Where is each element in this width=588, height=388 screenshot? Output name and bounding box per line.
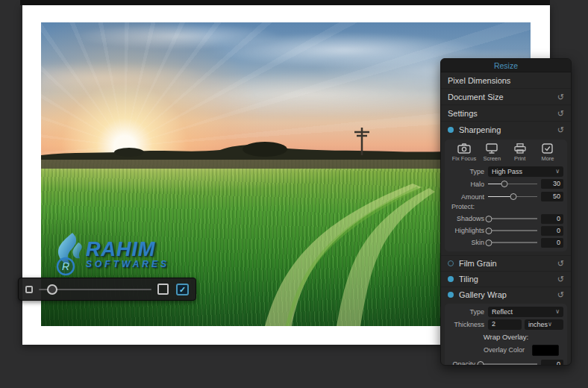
overlay-color-row: Overlay Color bbox=[448, 342, 563, 358]
overlay-color-swatch[interactable] bbox=[532, 345, 559, 356]
gallery-wrap-enable-toggle[interactable] bbox=[448, 292, 454, 298]
halo-value[interactable]: 30 bbox=[541, 179, 563, 189]
halo-slider[interactable] bbox=[488, 179, 537, 190]
zoom-slider-handle[interactable] bbox=[47, 284, 57, 295]
protect-label: Protect: bbox=[448, 203, 563, 213]
gallery-wrap-controls: Type Reflect ∨ Thickness 2 inches ∨ Wrap… bbox=[445, 304, 567, 366]
amount-slider-handle[interactable] bbox=[510, 193, 517, 200]
watermark-flame-logo: R bbox=[49, 231, 90, 278]
amount-value[interactable]: 50 bbox=[541, 192, 563, 201]
overlay-color-label: Overlay Color bbox=[484, 346, 525, 354]
preset-label: Screen bbox=[483, 155, 501, 162]
thickness-label: Thickness bbox=[448, 321, 484, 328]
type-label: Type bbox=[448, 308, 484, 316]
slider-track bbox=[488, 218, 537, 219]
opacity-label: Opacity bbox=[448, 360, 475, 366]
selected-value: High Pass bbox=[492, 168, 555, 175]
selected-value: inches bbox=[528, 321, 548, 328]
opacity-value[interactable]: 0 bbox=[541, 360, 563, 366]
preset-screen[interactable]: Screen bbox=[479, 143, 504, 162]
section-settings[interactable]: Settings ↺ bbox=[441, 105, 571, 122]
amount-slider[interactable] bbox=[488, 192, 537, 202]
preview-checkbox[interactable]: ✓ bbox=[176, 284, 189, 295]
chevron-down-icon: ∨ bbox=[555, 308, 560, 315]
wrap-overlay-header: Wrap Overlay: bbox=[448, 331, 563, 342]
reset-icon[interactable]: ↺ bbox=[557, 93, 564, 101]
section-pixel-dimensions[interactable]: Pixel Dimensions bbox=[441, 72, 571, 89]
shadows-row: Shadows 0 bbox=[448, 213, 563, 225]
slider-track bbox=[479, 363, 537, 365]
highlights-slider[interactable] bbox=[488, 225, 537, 236]
reset-icon[interactable]: ↺ bbox=[557, 291, 564, 298]
sharpening-presets: Fix Focus Screen Print bbox=[448, 141, 563, 165]
skin-label: Skin bbox=[448, 239, 484, 246]
camera-icon bbox=[457, 143, 471, 154]
zoom-slider[interactable] bbox=[39, 284, 151, 295]
shadows-label: Shadows bbox=[448, 215, 484, 222]
zoom-out-thumbnail-icon[interactable] bbox=[25, 286, 33, 293]
preset-fix-focus[interactable]: Fix Focus bbox=[451, 143, 477, 162]
sharpen-type-select[interactable]: High Pass ∨ bbox=[488, 166, 563, 177]
watermark-subtitle: SOFTWARES bbox=[86, 259, 169, 269]
halo-label: Halo bbox=[448, 181, 484, 188]
shadows-value[interactable]: 0 bbox=[541, 214, 563, 224]
halo-slider-handle[interactable] bbox=[501, 181, 507, 187]
watermark: R RAHIM SOFTWARES bbox=[49, 231, 169, 278]
preset-label: Fix Focus bbox=[452, 155, 477, 162]
highlights-slider-handle[interactable] bbox=[486, 228, 492, 234]
monitor-icon bbox=[486, 143, 498, 154]
section-document-size[interactable]: Document Size ↺ bbox=[441, 89, 571, 105]
preset-label: More bbox=[541, 155, 554, 162]
section-label: Tiling bbox=[459, 275, 557, 284]
opacity-row: Opacity 0 bbox=[448, 358, 563, 366]
skin-slider-handle[interactable] bbox=[486, 240, 492, 246]
highlights-value[interactable]: 0 bbox=[541, 226, 563, 236]
preset-print[interactable]: Print bbox=[507, 143, 533, 162]
section-tiling[interactable]: Tiling ↺ bbox=[441, 271, 571, 287]
zoom-toolbar: ✓ bbox=[18, 278, 196, 301]
preset-label: Print bbox=[514, 155, 525, 162]
thickness-row: Thickness 2 inches ∨ bbox=[448, 318, 563, 331]
tiling-enable-toggle[interactable] bbox=[448, 276, 454, 282]
sharpening-enable-toggle[interactable] bbox=[448, 127, 454, 133]
wrap-type-row: Type Reflect ∨ bbox=[448, 305, 563, 318]
film-grain-enable-toggle[interactable] bbox=[448, 260, 454, 266]
opacity-slider-handle[interactable] bbox=[477, 361, 484, 366]
selected-value: Reflect bbox=[492, 308, 555, 316]
watermark-title: RAHIM bbox=[86, 240, 169, 259]
watermark-text: RAHIM SOFTWARES bbox=[86, 240, 169, 269]
panel-title: Resize bbox=[441, 59, 571, 72]
app-window: R RAHIM SOFTWARES ✓ Resize Pixel Dimensi… bbox=[0, 0, 588, 388]
slider-track bbox=[488, 230, 537, 231]
resize-panel: Resize Pixel Dimensions Document Size ↺ … bbox=[440, 58, 572, 366]
type-label: Type bbox=[448, 168, 484, 175]
reset-icon[interactable]: ↺ bbox=[557, 110, 564, 117]
preset-more[interactable]: More bbox=[535, 143, 560, 162]
reset-icon[interactable]: ↺ bbox=[557, 260, 564, 267]
highlights-row: Highlights 0 bbox=[448, 225, 563, 237]
section-gallery-wrap[interactable]: Gallery Wrap ↺ bbox=[441, 287, 571, 302]
printer-icon bbox=[514, 143, 526, 154]
thickness-unit-select[interactable]: inches ∨ bbox=[525, 319, 563, 330]
section-label: Pixel Dimensions bbox=[448, 76, 564, 85]
skin-slider[interactable] bbox=[488, 237, 537, 248]
reset-icon[interactable]: ↺ bbox=[557, 275, 564, 283]
section-sharpening[interactable]: Sharpening ↺ bbox=[441, 122, 571, 138]
section-label: Gallery Wrap bbox=[459, 290, 557, 299]
sharpen-type-row: Type High Pass ∨ bbox=[448, 165, 563, 178]
skin-value[interactable]: 0 bbox=[541, 238, 563, 248]
section-label: Sharpening bbox=[459, 125, 557, 134]
section-film-grain[interactable]: Film Grain ↺ bbox=[441, 255, 571, 271]
wrap-type-select[interactable]: Reflect ∨ bbox=[488, 307, 563, 317]
zoom-in-thumbnail-icon[interactable] bbox=[157, 284, 169, 295]
reset-icon[interactable]: ↺ bbox=[557, 126, 564, 134]
shadows-slider-handle[interactable] bbox=[486, 216, 492, 222]
chevron-down-icon: ∨ bbox=[555, 168, 560, 175]
section-label: Film Grain bbox=[459, 259, 557, 268]
thickness-input[interactable]: 2 bbox=[488, 319, 522, 330]
page-top-edge bbox=[20, 0, 550, 5]
halo-row: Halo 30 bbox=[448, 178, 563, 190]
opacity-slider[interactable] bbox=[479, 359, 537, 366]
chevron-down-icon: ∨ bbox=[548, 321, 552, 328]
shadows-slider[interactable] bbox=[488, 213, 537, 224]
